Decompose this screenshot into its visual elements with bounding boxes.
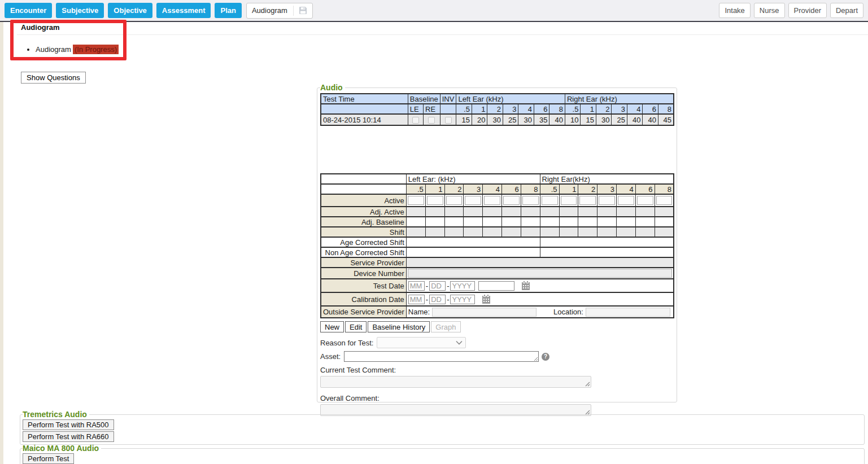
provider-button[interactable]: Provider <box>788 3 827 18</box>
baseline-history-button[interactable]: Baseline History <box>368 321 430 332</box>
test-date-dd-input[interactable] <box>429 281 446 291</box>
encounter-button[interactable]: Encounter <box>5 3 52 18</box>
freq-header: 3 <box>503 104 518 114</box>
baseline-le-checkbox[interactable] <box>412 117 419 124</box>
row-label-age-corrected-shift: Age Corrected Shift <box>321 237 406 247</box>
value-cell: 40 <box>643 114 658 125</box>
calibration-date-dd-input[interactable] <box>429 295 446 304</box>
active-value-input[interactable] <box>542 196 558 205</box>
overall-comment-label: Overall Comment: <box>320 394 674 402</box>
value-cell: 15 <box>581 114 596 125</box>
test-time-cell: 08-24-2015 10:14 <box>321 114 408 125</box>
name-label: Name: <box>408 308 430 316</box>
resize-grip-icon <box>585 382 590 387</box>
maico-legend: Maico MA 800 Audio <box>23 444 101 453</box>
active-value-input[interactable] <box>503 196 520 205</box>
calendar-icon[interactable] <box>521 281 530 290</box>
plan-button[interactable]: Plan <box>215 3 241 18</box>
intake-button[interactable]: Intake <box>719 3 750 18</box>
value-cell: 25 <box>503 114 518 125</box>
value-cell: 30 <box>487 114 503 125</box>
empty-cell <box>321 184 406 194</box>
freq-header: 8 <box>549 104 565 114</box>
new-button[interactable]: New <box>320 321 344 332</box>
active-value-input[interactable] <box>599 196 615 205</box>
value-cell: 35 <box>534 114 549 125</box>
depart-button[interactable]: Depart <box>830 3 863 18</box>
audio-legend: Audio <box>320 83 345 92</box>
freq-header: 6 <box>635 184 655 194</box>
page-left-strip <box>0 22 3 464</box>
freq-header: .5 <box>406 184 425 194</box>
inv-checkbox[interactable] <box>445 117 452 124</box>
test-date-yyyy-input[interactable] <box>450 281 475 291</box>
location-label: Location: <box>553 308 583 316</box>
active-value-input[interactable] <box>427 196 443 205</box>
freq-header: 8 <box>658 104 674 114</box>
audio-detail-table: Left Ear: (kHz) Right Ear(kHz) .5 1 2 3 … <box>320 173 674 318</box>
show-questions-button[interactable]: Show Questions <box>21 72 86 84</box>
row-label-non-age-corrected-shift: Non Age Corrected Shift <box>321 247 406 257</box>
value-cell: 25 <box>612 114 627 125</box>
active-value-input[interactable] <box>484 196 500 205</box>
reason-for-test-select[interactable] <box>377 337 466 348</box>
active-value-input[interactable] <box>579 196 596 205</box>
col-header-test-time: Test Time <box>321 94 408 104</box>
freq-header: 2 <box>444 184 464 194</box>
objective-button[interactable]: Objective <box>108 3 152 18</box>
calibration-date-yyyy-input[interactable] <box>450 295 475 304</box>
audiogram-item-link[interactable]: Audiogram <box>36 45 71 54</box>
tremetrics-legend: Tremetrics Audio <box>23 410 89 419</box>
active-value-input[interactable] <box>656 196 672 205</box>
audiogram-tab-label: Audiogram <box>252 6 293 15</box>
empty-cell <box>321 174 406 184</box>
outside-provider-location-input[interactable] <box>586 308 670 317</box>
asset-input[interactable] <box>344 351 539 362</box>
grid-header-right-ear: Right Ear(kHz) <box>540 174 674 184</box>
row-label-test-date: Test Date <box>321 279 406 292</box>
graph-button[interactable]: Graph <box>431 321 460 332</box>
freq-header: .5 <box>456 104 472 114</box>
active-value-input[interactable] <box>408 196 424 205</box>
active-value-input[interactable] <box>637 196 653 205</box>
row-label-active: Active <box>321 194 406 207</box>
freq-header: 4 <box>483 184 502 194</box>
freq-header: 3 <box>597 184 617 194</box>
calendar-icon[interactable] <box>482 295 491 304</box>
active-value-input[interactable] <box>446 196 463 205</box>
nurse-button[interactable]: Nurse <box>754 3 785 18</box>
active-value-input[interactable] <box>561 196 577 205</box>
empty-cell <box>321 104 408 114</box>
save-icon[interactable] <box>299 6 307 15</box>
date-separator: - <box>426 295 428 304</box>
row-label-calibration-date: Calibration Date <box>321 292 406 306</box>
value-cell: 10 <box>565 114 581 125</box>
active-value-input[interactable] <box>522 196 539 205</box>
calibration-date-mm-input[interactable] <box>408 295 425 304</box>
audiogram-tab[interactable]: Audiogram <box>246 3 313 19</box>
perform-test-ra500-button[interactable]: Perform Test with RA500 <box>23 419 114 430</box>
baseline-re-checkbox[interactable] <box>428 117 435 124</box>
freq-header: 3 <box>464 184 483 194</box>
outside-provider-name-input[interactable] <box>432 308 536 317</box>
value-cell: 20 <box>472 114 487 125</box>
empty-cell <box>440 104 456 114</box>
freq-header: 1 <box>472 104 487 114</box>
test-date-mm-input[interactable] <box>408 281 425 291</box>
active-value-input[interactable] <box>465 196 481 205</box>
list-item: Audiogram(In Progress) <box>36 45 119 54</box>
maico-audio-section: Maico MA 800 Audio Perform Test <box>20 444 865 464</box>
test-time-input[interactable] <box>478 281 514 291</box>
perform-test-ra660-button[interactable]: Perform Test with RA660 <box>23 431 114 442</box>
section-divider <box>17 34 868 35</box>
active-value-input[interactable] <box>618 196 634 205</box>
row-label-shift: Shift <box>321 227 406 237</box>
edit-button[interactable]: Edit <box>345 321 367 332</box>
assessment-button[interactable]: Assessment <box>156 3 211 18</box>
subjective-button[interactable]: Subjective <box>56 3 104 18</box>
help-icon[interactable]: ? <box>542 353 549 361</box>
perform-test-button[interactable]: Perform Test <box>23 453 74 464</box>
device-number-input[interactable] <box>408 269 672 278</box>
current-test-comment-textarea[interactable] <box>320 376 591 388</box>
freq-header: 8 <box>655 184 674 194</box>
